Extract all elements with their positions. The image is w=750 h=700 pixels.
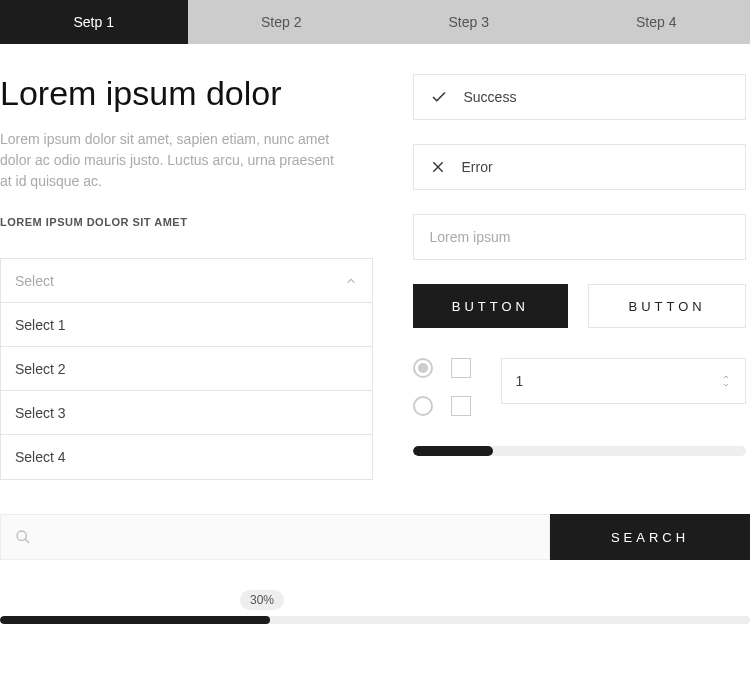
- step-tab-2-label: Step 2: [261, 14, 301, 30]
- stepper-up-icon[interactable]: [721, 373, 731, 381]
- alert-error: Error: [413, 144, 747, 190]
- quantity-stepper[interactable]: 1: [501, 358, 747, 404]
- step-tab-4[interactable]: Step 4: [563, 0, 751, 44]
- svg-point-2: [17, 531, 26, 540]
- stepper-down-icon[interactable]: [721, 381, 731, 389]
- select-option-2-label: Select 2: [15, 361, 66, 377]
- select-option-1[interactable]: Select 1: [1, 303, 372, 347]
- secondary-button[interactable]: BUTTON: [588, 284, 746, 328]
- radio-option-1[interactable]: [413, 358, 433, 378]
- progress-percent-label: 30%: [240, 590, 284, 610]
- select-option-2[interactable]: Select 2: [1, 347, 372, 391]
- search-icon: [15, 529, 31, 545]
- chevron-up-icon: [344, 274, 358, 288]
- select-dropdown-toggle[interactable]: Select: [1, 259, 372, 303]
- select-option-4[interactable]: Select 4: [1, 435, 372, 479]
- progress-bar: [0, 616, 750, 624]
- select-option-3-label: Select 3: [15, 405, 66, 421]
- primary-button[interactable]: BUTTON: [413, 284, 569, 328]
- radio-checkbox-group: [413, 358, 471, 416]
- select-option-4-label: Select 4: [15, 449, 66, 465]
- page-description: Lorem ipsum dolor sit amet, sapien etiam…: [0, 129, 340, 192]
- step-tab-3[interactable]: Step 3: [375, 0, 563, 44]
- checkbox-1[interactable]: [451, 358, 471, 378]
- step-tab-1[interactable]: Setp 1: [0, 0, 188, 44]
- primary-button-label: BUTTON: [452, 299, 529, 314]
- alert-success: Success: [413, 74, 747, 120]
- select-dropdown-placeholder: Select: [15, 273, 54, 289]
- slider[interactable]: [413, 446, 747, 456]
- step-tab-4-label: Step 4: [636, 14, 676, 30]
- page-heading: Lorem ipsum dolor: [0, 74, 373, 113]
- secondary-button-label: BUTTON: [629, 299, 706, 314]
- svg-line-3: [25, 539, 29, 543]
- page-subheading: LOREM IPSUM DOLOR SIT AMET: [0, 216, 373, 228]
- search-button-label: SEARCH: [611, 530, 689, 545]
- search-button[interactable]: SEARCH: [550, 514, 750, 560]
- close-icon: [430, 159, 446, 175]
- select-option-1-label: Select 1: [15, 317, 66, 333]
- step-tab-1-label: Setp 1: [74, 14, 114, 30]
- progress-bar-fill: [0, 616, 270, 624]
- quantity-stepper-value: 1: [516, 373, 524, 389]
- search-input[interactable]: [0, 514, 550, 560]
- radio-option-2[interactable]: [413, 396, 433, 416]
- checkbox-2[interactable]: [451, 396, 471, 416]
- step-tab-3-label: Step 3: [449, 14, 489, 30]
- check-icon: [430, 88, 448, 106]
- alert-success-label: Success: [464, 89, 517, 105]
- alert-error-label: Error: [462, 159, 493, 175]
- text-input[interactable]: [413, 214, 747, 260]
- select-dropdown: Select Select 1 Select 2 Select 3 Select…: [0, 258, 373, 480]
- step-tabs: Setp 1 Step 2 Step 3 Step 4: [0, 0, 750, 44]
- slider-fill: [413, 446, 493, 456]
- step-tab-2[interactable]: Step 2: [188, 0, 376, 44]
- select-option-3[interactable]: Select 3: [1, 391, 372, 435]
